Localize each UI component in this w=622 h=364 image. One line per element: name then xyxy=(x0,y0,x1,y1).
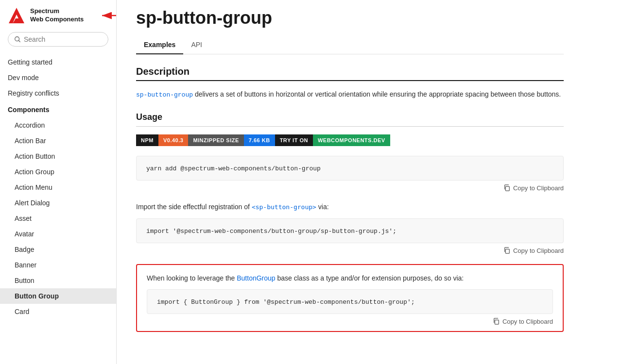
search-box[interactable] xyxy=(8,32,108,47)
badge-tryiton: TRY IT ON xyxy=(275,134,313,146)
sidebar-item-alert-dialog[interactable]: Alert Dialog xyxy=(0,195,116,211)
sidebar-item-button[interactable]: Button xyxy=(0,273,116,288)
svg-rect-8 xyxy=(495,320,499,325)
sidebar-nav: Getting started Dev mode Registry confli… xyxy=(0,52,116,321)
tabs-row: Examples API xyxy=(136,36,564,54)
import-intro-suffix: via: xyxy=(316,203,329,211)
usage-divider xyxy=(136,126,564,127)
sidebar-item-getting-started[interactable]: Getting started xyxy=(0,54,116,70)
note-command-block: import { ButtonGroup } from '@spectrum-w… xyxy=(147,289,553,314)
sidebar-item-action-button[interactable]: Action Button xyxy=(0,149,116,164)
content-area: sp-button-group Examples API Description… xyxy=(117,0,583,351)
copy-label-1: Copy to Clipboard xyxy=(513,184,564,192)
copy-icon-3 xyxy=(493,318,500,325)
sidebar-item-card[interactable]: Card xyxy=(0,304,116,319)
import-intro-text: Import the side effectful registration o… xyxy=(136,201,564,213)
note-command-code: import { ButtonGroup } from '@spectrum-w… xyxy=(157,298,415,306)
main-content: sp-button-group Examples API Description… xyxy=(117,0,622,364)
copy-label-2: Copy to Clipboard xyxy=(513,247,564,254)
arrow-indicator-icon xyxy=(95,8,117,23)
sidebar-item-asset[interactable]: Asset xyxy=(0,211,116,226)
badge-row: NPM V0.40.3 MINZIPPED SIZE 7.66 KB TRY I… xyxy=(136,134,564,146)
sidebar-item-banner[interactable]: Banner xyxy=(0,257,116,273)
copy-button-3[interactable]: Copy to Clipboard xyxy=(147,318,553,325)
sidebar-item-registry-conflicts[interactable]: Registry conflicts xyxy=(0,85,116,101)
svg-line-5 xyxy=(18,40,20,42)
sidebar-item-avatar[interactable]: Avatar xyxy=(0,226,116,242)
svg-rect-7 xyxy=(505,249,509,253)
note-text-2: base class as a type and/or for extensio… xyxy=(276,274,464,282)
search-input[interactable] xyxy=(24,35,102,43)
usage-title: Usage xyxy=(136,112,564,122)
sidebar-item-dev-mode[interactable]: Dev mode xyxy=(0,70,116,85)
badge-webcomp[interactable]: WEBCOMPONENTS.DEV xyxy=(313,134,390,146)
note-text-1: When looking to leverage the xyxy=(147,274,237,282)
copy-icon-2 xyxy=(503,247,510,254)
logo-area: Spectrum Web Components xyxy=(0,0,116,29)
sp-button-group-import-link[interactable]: <sp-button-group> xyxy=(252,203,316,211)
sidebar-item-action-menu[interactable]: Action Menu xyxy=(0,180,116,195)
sp-button-group-link[interactable]: sp-button-group xyxy=(136,91,193,99)
search-wrap xyxy=(0,29,116,52)
description-title: Description xyxy=(136,66,564,77)
sidebar-item-action-bar[interactable]: Action Bar xyxy=(0,133,116,149)
description-body: sp-button-group delivers a set of button… xyxy=(136,89,564,100)
note-intro-text: When looking to leverage the ButtonGroup… xyxy=(147,273,553,283)
copy-icon-1 xyxy=(503,184,510,191)
adobe-logo-icon xyxy=(8,7,25,24)
badge-npm: NPM xyxy=(136,134,158,146)
highlight-note-box: When looking to leverage the ButtonGroup… xyxy=(136,264,564,332)
sidebar-item-button-group[interactable]: Button Group xyxy=(0,288,116,304)
logo-text: Spectrum Web Components xyxy=(30,7,84,24)
badge-size: 7.66 KB xyxy=(244,134,275,146)
button-group-class-link[interactable]: ButtonGroup xyxy=(237,274,275,282)
badge-version: V0.40.3 xyxy=(158,134,188,146)
import-intro-pre: Import the side effectful registration o… xyxy=(136,203,252,211)
sidebar-item-badge[interactable]: Badge xyxy=(0,242,116,257)
page-title: sp-button-group xyxy=(136,8,564,28)
badge-minzip: MINZIPPED SIZE xyxy=(188,134,243,146)
copy-button-2[interactable]: Copy to Clipboard xyxy=(136,247,564,254)
copy-button-1[interactable]: Copy to Clipboard xyxy=(136,184,564,192)
yarn-command-block: yarn add @spectrum-web-components/button… xyxy=(136,156,564,181)
sidebar: Spectrum Web Components Getting started … xyxy=(0,0,117,364)
import-command-code: import '@spectrum-web-components/button-… xyxy=(146,228,397,235)
sidebar-item-accordion[interactable]: Accordion xyxy=(0,117,116,133)
yarn-command-code: yarn add @spectrum-web-components/button… xyxy=(146,165,321,172)
tab-api[interactable]: API xyxy=(183,36,210,54)
description-divider xyxy=(136,80,564,81)
import-command-block: import '@spectrum-web-components/button-… xyxy=(136,218,564,243)
sidebar-section-components: Components xyxy=(0,101,116,117)
description-body-text: delivers a set of buttons in horizontal … xyxy=(193,90,561,98)
tab-examples[interactable]: Examples xyxy=(136,36,183,54)
copy-label-3: Copy to Clipboard xyxy=(502,318,553,325)
sidebar-item-action-group[interactable]: Action Group xyxy=(0,164,116,180)
search-icon xyxy=(14,36,21,43)
svg-rect-6 xyxy=(505,187,509,191)
